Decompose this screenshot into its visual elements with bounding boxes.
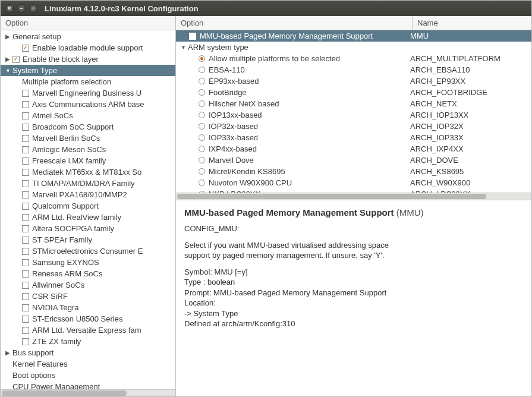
checkbox[interactable] [12, 56, 20, 63]
left-tree-item[interactable]: Samsung EXYNOS [1, 257, 175, 268]
checkbox[interactable] [22, 191, 29, 198]
left-tree-item[interactable]: Broadcom SoC Support [1, 121, 175, 133]
left-tree-item[interactable]: Marvell Berlin SoCs [1, 133, 175, 144]
chevron-down-icon[interactable]: ▾ [4, 65, 11, 75]
left-tree-item[interactable]: Marvell PXA168/910/MMP2 [1, 189, 175, 200]
left-horizontal-scrollbar[interactable] [1, 389, 175, 396]
help-panel[interactable]: MMU-based Paged Memory Management Suppor… [176, 200, 531, 396]
right-horizontal-scrollbar[interactable] [176, 193, 531, 200]
checkbox[interactable] [22, 101, 29, 108]
radio[interactable] [199, 157, 205, 163]
left-tree-item[interactable]: Renesas ARM SoCs [1, 268, 175, 279]
left-tree-item[interactable]: ▶General setup [1, 31, 175, 42]
checkbox[interactable] [22, 90, 29, 97]
checkbox[interactable] [189, 33, 196, 40]
left-tree-item[interactable]: TI OMAP/AM/DM/DRA Family [1, 178, 175, 189]
left-tree-item[interactable]: Allwinner SoCs [1, 279, 175, 291]
left-tree-item[interactable]: CSR SiRF [1, 291, 175, 302]
chevron-right-icon[interactable]: ▶ [4, 31, 11, 42]
left-tree-item[interactable]: Boot options [1, 370, 175, 381]
checkbox[interactable] [22, 282, 29, 289]
left-tree-item[interactable]: ST-Ericsson U8500 Series [1, 313, 175, 324]
chevron-down-icon[interactable]: ▾ [180, 42, 187, 52]
right-tree-item[interactable]: EBSA-110ARCH_EBSA110 [176, 64, 531, 75]
checkbox[interactable] [22, 146, 29, 153]
left-column-header[interactable]: Option [1, 16, 175, 30]
close-icon[interactable]: ✕ [5, 4, 14, 12]
right-tree-item[interactable]: IOP13xx-basedARCH_IOP13XX [176, 109, 531, 121]
left-tree-item[interactable]: Freescale i.MX family [1, 155, 175, 166]
left-tree-item[interactable]: Qualcomm Support [1, 200, 175, 212]
left-tree-item[interactable]: STMicroelectronics Consumer E [1, 245, 175, 257]
checkbox[interactable] [22, 270, 29, 278]
checkbox[interactable] [22, 214, 29, 221]
checkbox[interactable] [22, 316, 29, 323]
radio[interactable] [199, 89, 205, 96]
right-tree-item[interactable]: Hilscher NetX basedARCH_NETX [176, 98, 531, 109]
left-tree-item[interactable]: ARM Ltd. Versatile Express fam [1, 324, 175, 336]
radio[interactable] [199, 112, 205, 118]
checkbox[interactable] [22, 338, 29, 345]
left-tree-item[interactable]: Altera SOCFPGA family [1, 223, 175, 234]
left-tree-item[interactable]: CPU Power Management [1, 381, 175, 389]
left-tree-item[interactable]: ST SPEAr Family [1, 234, 175, 245]
checkbox[interactable] [22, 180, 29, 187]
checkbox[interactable] [22, 112, 29, 119]
checkbox[interactable] [22, 157, 29, 165]
radio[interactable] [199, 134, 205, 141]
checkbox[interactable] [22, 327, 29, 334]
titlebar[interactable]: ✕ – + Linux/arm 4.12.0-rc3 Kernel Config… [1, 1, 531, 16]
left-tree-item[interactable]: Mediatek MT65xx & MT81xx So [1, 166, 175, 178]
radio[interactable] [199, 179, 205, 186]
radio[interactable] [199, 168, 205, 175]
left-tree[interactable]: ▶General setupEnable loadable module sup… [1, 30, 175, 389]
right-tree-item[interactable]: Micrel/Kendin KS8695ARCH_KS8695 [176, 166, 531, 177]
right-header-name[interactable]: Name [413, 16, 531, 30]
checkbox[interactable] [22, 293, 29, 300]
radio[interactable] [199, 78, 205, 84]
left-tree-item[interactable]: NVIDIA Tegra [1, 302, 175, 313]
left-tree-item[interactable]: ▶Bus support [1, 347, 175, 358]
left-tree-item[interactable]: Kernel Features [1, 358, 175, 370]
left-tree-item[interactable]: ARM Ltd. RealView family [1, 212, 175, 223]
left-tree-item[interactable]: Amlogic Meson SoCs [1, 144, 175, 155]
right-tree-item[interactable]: ▾ARM system type [176, 42, 531, 53]
right-tree-item[interactable]: Allow multiple platforms to be selectedA… [176, 53, 531, 64]
right-tree-item[interactable]: Nuvoton W90X900 CPUARCH_W90X900 [176, 177, 531, 188]
checkbox[interactable] [22, 248, 29, 255]
right-tree-item[interactable]: NXP LPC32XXARCH_LPC32XX [176, 188, 531, 193]
checkbox[interactable] [22, 45, 29, 52]
radio[interactable] [199, 123, 205, 130]
checkbox[interactable] [22, 135, 29, 142]
checkbox[interactable] [22, 237, 29, 244]
checkbox[interactable] [22, 203, 29, 210]
radio[interactable] [199, 67, 205, 73]
left-tree-item[interactable]: Atmel SoCs [1, 110, 175, 121]
left-tree-item[interactable]: Enable loadable module support [1, 42, 175, 53]
radio[interactable] [199, 146, 205, 152]
left-tree-item[interactable]: ▾System Type [1, 65, 175, 76]
right-tree-item[interactable]: MMU-based Paged Memory Management Suppor… [176, 30, 531, 42]
right-tree-item[interactable]: EP93xx-basedARCH_EP93XX [176, 75, 531, 87]
minimize-icon[interactable]: – [17, 4, 26, 12]
right-tree-item[interactable]: IOP32x-basedARCH_IOP32X [176, 121, 531, 132]
checkbox[interactable] [22, 304, 29, 311]
left-tree-item[interactable]: Marvell Engineering Business U [1, 87, 175, 99]
right-tree-item[interactable]: IXP4xx-basedARCH_IXP4XX [176, 143, 531, 155]
radio[interactable] [199, 55, 205, 62]
left-tree-item[interactable]: Axis Communications ARM base [1, 99, 175, 110]
right-tree-item[interactable]: IOP33x-basedARCH_IOP33X [176, 132, 531, 143]
right-tree-item[interactable]: FootBridgeARCH_FOOTBRIDGE [176, 87, 531, 98]
chevron-right-icon[interactable]: ▶ [4, 54, 11, 64]
left-tree-item[interactable]: Multiple platform selection [1, 76, 175, 87]
checkbox[interactable] [22, 225, 29, 232]
checkbox[interactable] [22, 169, 29, 176]
radio[interactable] [199, 100, 205, 107]
right-header-option[interactable]: Option [176, 16, 413, 30]
chevron-right-icon[interactable]: ▶ [4, 348, 11, 358]
left-tree-item[interactable]: ▶Enable the block layer [1, 53, 175, 65]
checkbox[interactable] [22, 124, 29, 131]
checkbox[interactable] [22, 259, 29, 266]
maximize-icon[interactable]: + [29, 4, 37, 12]
right-tree[interactable]: MMU-based Paged Memory Management Suppor… [176, 30, 531, 193]
